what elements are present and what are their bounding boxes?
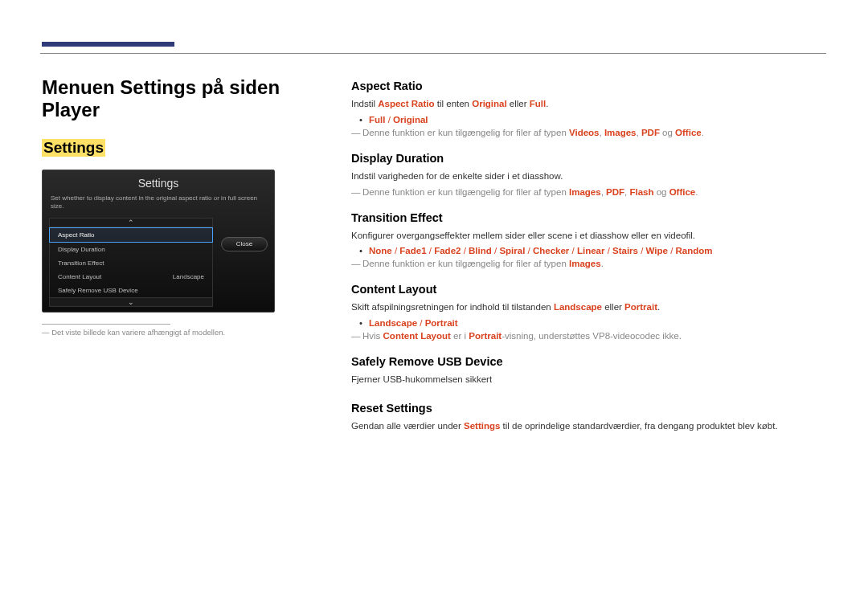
header-rule [40,53,826,54]
panel-subtitle: Set whether to display content in the or… [43,194,274,218]
opt: Checker [533,246,569,255]
sep: / [492,246,500,255]
panel-item-label: Display Duration [58,246,105,253]
text: . [546,99,548,108]
text: Content Layout [383,331,451,341]
text: Flash [629,187,653,197]
opt: Spiral [499,246,525,255]
section-body: Indstil varigheden for de enkelte sider … [351,170,826,184]
panel-item-content-layout[interactable]: Content Layout Landscape [49,270,213,284]
opt: None [369,246,392,255]
text: . [601,259,604,268]
text: Landscape [554,302,602,312]
section-title: Reset Settings [351,402,826,415]
text: . [702,128,704,137]
sep: / [668,246,676,255]
image-caption: Det viste billede kan variere afhængigt … [42,328,319,337]
text: til de oprindelige standardværdier, fra … [500,421,777,431]
section-body: Skift afspilningsretningen for indhold t… [351,300,826,315]
caption-rule [42,324,170,325]
text: Denne funktion er kun tilgængelig for fi… [362,259,569,268]
sep: / [604,246,612,255]
note: Denne funktion er kun tilgængelig for fi… [351,187,826,197]
bullet: Landscape / Portrait [351,318,826,328]
text: Gendan alle værdier under [351,421,464,431]
text: -visning, understøttes VP8-videocodec ik… [502,331,682,341]
section-reset-settings: Reset Settings Gendan alle værdier under… [351,402,826,434]
text: Videos [569,128,600,137]
close-button[interactable]: Close [221,237,268,251]
text: Portrait [624,302,657,312]
note: Hvis Content Layout er i Portrait-visnin… [351,331,826,341]
section-body: Fjerner USB-hukommelsen sikkert [351,373,826,387]
text: Images [569,259,601,268]
opt: Wipe [646,246,668,255]
text: og [653,187,669,197]
section-aspect-ratio: Aspect Ratio Indstil Aspect Ratio til en… [351,80,826,137]
text: Office [675,128,702,137]
text: Hvis [362,331,383,341]
section-content-layout: Content Layout Skift afspilningsretninge… [351,283,826,341]
section-safely-remove: Safely Remove USB Device Fjerner USB-huk… [351,355,826,387]
text: Images [604,128,637,137]
text: Skift afspilningsretningen for indhold t… [351,302,554,312]
panel-item-label: Content Layout [58,273,101,280]
opt: Full [369,115,385,125]
section-display-duration: Display Duration Indstil varigheden for … [351,152,826,197]
panel-item-aspect-ratio[interactable]: Aspect Ratio [49,227,213,243]
opt: Stairs [612,246,638,255]
opt: Original [393,115,428,125]
section-title: Display Duration [351,152,826,165]
panel-item-transition-effect[interactable]: Transition Effect [49,256,213,270]
opt: Portrait [425,318,458,328]
text: Original [472,99,506,108]
sep: / [525,246,533,255]
text: . [695,187,698,197]
accent-bar [42,42,174,47]
text: Images [569,187,601,197]
section-title: Aspect Ratio [351,80,826,92]
section-transition-effect: Transition Effect Konfigurer overgangsef… [351,211,826,269]
text: PDF [606,187,624,197]
scroll-down-button[interactable]: ⌄ [49,297,213,307]
sep: / [569,246,577,255]
text: Denne funktion er kun tilgængelig for fi… [362,187,569,197]
settings-highlight: Settings [42,139,105,157]
text: eller [602,302,624,312]
section-body: Gendan alle værdier under Settings til d… [351,419,826,434]
page-title: Menuen Settings på siden Player [42,76,319,121]
sep: / [392,246,400,255]
panel-item-label: Aspect Ratio [58,231,94,239]
text: Full [530,99,546,108]
text: og [660,128,675,137]
panel-list: ⌃ Aspect Ratio Display Duration Transiti… [43,218,274,307]
text: . [657,302,660,312]
text: er i [451,331,469,341]
sep: / [638,246,646,255]
opt: Random [676,246,713,255]
text: PDF [641,128,660,137]
panel-item-value: Landscape [173,273,204,280]
sep: / [461,246,469,255]
bullet: None / Fade1 / Fade2 / Blind / Spiral / … [351,246,826,255]
opt: Linear [577,246,605,255]
panel-item-display-duration[interactable]: Display Duration [49,243,213,256]
panel-item-label: Transition Effect [58,260,104,267]
panel-title: Settings [43,170,274,194]
opt: Fade1 [399,246,426,255]
note: Denne funktion er kun tilgængelig for fi… [351,128,826,137]
opt: Blind [469,246,492,255]
text: Portrait [469,331,502,341]
text: Settings [464,421,500,431]
note: Denne funktion er kun tilgængelig for fi… [351,259,826,268]
sep: / [385,115,393,125]
scroll-up-button[interactable]: ⌃ [49,218,213,227]
panel-item-safely-remove[interactable]: Safely Remove USB Device [49,284,213,297]
text: Aspect Ratio [378,99,434,108]
section-body: Konfigurer overgangseffekter mellem side… [351,229,826,243]
text: eller [507,99,530,108]
section-title: Content Layout [351,283,826,296]
opt: Fade2 [434,246,461,255]
section-body: Indstil Aspect Ratio til enten Original … [351,97,826,112]
opt: Landscape [369,318,417,328]
